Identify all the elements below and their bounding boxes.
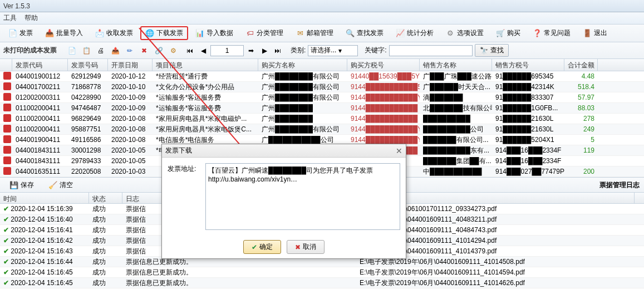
- pdf-icon: [3, 156, 11, 164]
- options-button[interactable]: ⚙选项设置: [441, 26, 489, 40]
- help-icon: ❓: [533, 29, 542, 38]
- sub-toolbar: 未打印的成本发票 📄 📋 🖨 📤 ✏ ✖ 🔗 ⚙ ⏮ ◀ ➡ ▶ ⏭ 类别: 请…: [0, 42, 644, 59]
- category-label: 类别:: [291, 46, 306, 55]
- pdf-icon: [3, 72, 11, 80]
- dialog-titlebar[interactable]: 发票下载 ✕: [162, 144, 406, 158]
- menu-help[interactable]: 帮助: [24, 13, 38, 23]
- action-btn-6[interactable]: 🔗: [153, 45, 165, 57]
- faq-button[interactable]: ❓常见问题: [528, 26, 576, 40]
- dialog-cancel-button[interactable]: ✖取消: [287, 240, 325, 254]
- col-sellertax[interactable]: 销售方税号: [492, 59, 564, 71]
- mailbox-button[interactable]: ✉邮箱管理: [291, 26, 338, 40]
- col-buyertax[interactable]: 购买方税号: [347, 59, 420, 71]
- col-date[interactable]: 开票日期: [108, 59, 153, 71]
- pdf-icon: [3, 167, 11, 175]
- import-data-button[interactable]: 📊导入数据: [190, 26, 238, 40]
- action-btn-5[interactable]: ✏: [124, 45, 136, 57]
- log-row[interactable]: ✔ 2020-12-04 15:16:45 成功 票据信息已更新成功。 E:\电…: [0, 267, 644, 278]
- col-item[interactable]: 项目信息: [153, 59, 258, 71]
- table-row[interactable]: 044001900112 62912949 2020-10-12 *经营租赁*通…: [0, 71, 644, 82]
- check-icon: ✔: [3, 237, 9, 244]
- receive-button[interactable]: 📩收取发票: [90, 26, 138, 40]
- category-icon: 🏷: [245, 29, 254, 38]
- delete-btn[interactable]: ✖: [138, 45, 150, 57]
- table-row[interactable]: 044001700211 71868778 2020-10-10 *文化办公用设…: [0, 82, 644, 92]
- pdf-icon: [3, 125, 11, 133]
- stats-icon: 📈: [396, 29, 405, 38]
- action-btn-2[interactable]: 📋: [80, 45, 92, 57]
- check-icon: ✔: [3, 226, 9, 234]
- title-bar: Ver 1.5.3: [0, 0, 644, 12]
- exit-button[interactable]: 🚪退出: [578, 26, 612, 40]
- table-row[interactable]: 011002000411 96829649 2020-10-08 *家用厨房电器…: [0, 114, 644, 124]
- col-num[interactable]: 发票号码: [68, 59, 108, 71]
- last-page-btn[interactable]: ⏭: [272, 45, 284, 57]
- search-invoice-button[interactable]: 🔍查找发票: [341, 26, 389, 40]
- invoice-address-textarea[interactable]: [205, 163, 400, 230]
- gear-icon: ⚙: [446, 29, 455, 38]
- invoice-button[interactable]: 📄发票: [3, 26, 38, 40]
- mailbox-icon: ✉: [296, 29, 304, 38]
- buy-button[interactable]: 🛒购买: [491, 26, 525, 40]
- action-btn-3[interactable]: 🖨: [95, 45, 107, 57]
- download-invoice-button[interactable]: 🌐下载发票: [140, 26, 188, 40]
- batch-import-button[interactable]: 📥批量导入: [40, 26, 88, 40]
- cancel-icon: ✖: [295, 243, 301, 251]
- import-icon: 📥: [45, 29, 54, 38]
- chevron-down-icon: ▾: [338, 47, 342, 55]
- menu-tools[interactable]: 工具: [3, 13, 17, 23]
- dialog-address-label: 发票地址:: [168, 163, 201, 230]
- binoculars-icon: 🔭: [480, 47, 488, 55]
- action-btn-4[interactable]: 📤: [109, 45, 121, 57]
- check-icon: ✔: [252, 243, 257, 251]
- category-button[interactable]: 🏷分类管理: [240, 26, 288, 40]
- pdf-icon: [3, 104, 11, 111]
- table-row[interactable]: 012002000311 04228990 2020-10-09 *运输服务*客…: [0, 92, 644, 103]
- keyword-label: 关键字:: [365, 46, 386, 55]
- first-page-btn[interactable]: ⏮: [184, 45, 196, 57]
- download-icon: 🌐: [145, 29, 154, 38]
- log-panel-title: 票据管理日志: [599, 180, 640, 190]
- search-icon: 🔍: [346, 29, 355, 38]
- check-icon: ✔: [3, 215, 9, 223]
- table-row[interactable]: 011002000411 95887751 2020-10-08 *家用厨房电器…: [0, 124, 644, 135]
- table-row[interactable]: 011002000411 94746487 2020-10-09 *运输服务*客…: [0, 103, 644, 114]
- table-header: 发票代码 发票号码 开票日期 项目信息 购买方名称 购买方税号 销售方名称 销售…: [0, 59, 644, 71]
- log-col-status[interactable]: 状态: [89, 193, 122, 203]
- action-btn-1[interactable]: 📄: [66, 45, 78, 57]
- pdf-icon: [3, 82, 11, 90]
- log-col-time[interactable]: 时间: [0, 193, 89, 203]
- col-amount[interactable]: 合计金额: [564, 59, 598, 71]
- data-icon: 📊: [195, 29, 204, 38]
- category-combo[interactable]: 请选择...▾: [308, 45, 358, 56]
- col-seller[interactable]: 销售方名称: [420, 59, 492, 71]
- pdf-icon: [3, 93, 11, 101]
- check-icon: ✔: [3, 279, 9, 287]
- col-code[interactable]: 发票代码: [12, 59, 68, 71]
- keyword-input[interactable]: [389, 45, 473, 56]
- go-page-btn[interactable]: ➡: [245, 45, 257, 57]
- search-button[interactable]: 🔭查找: [475, 44, 509, 57]
- main-toolbar: 📄发票 📥批量导入 📩收取发票 🌐下载发票 📊导入数据 🏷分类管理 ✉邮箱管理 …: [0, 25, 644, 42]
- panel-title: 未打印的成本发票: [3, 46, 57, 55]
- dialog-title-text: 发票下载: [165, 146, 192, 155]
- pdf-icon: [3, 135, 11, 143]
- page-input[interactable]: [210, 45, 244, 56]
- clear-button[interactable]: 🧹清空: [43, 178, 78, 192]
- app-title-suffix: Ver 1.5.3: [3, 2, 30, 10]
- stats-button[interactable]: 📈统计分析: [391, 26, 439, 40]
- dialog-ok-button[interactable]: ✔确定: [243, 240, 281, 254]
- next-page-btn[interactable]: ▶: [258, 45, 271, 57]
- action-btn-7[interactable]: ⚙: [167, 45, 179, 57]
- pdf-icon: [3, 114, 11, 122]
- col-buyer[interactable]: 购买方名称: [258, 59, 347, 71]
- save-button[interactable]: 💾保存: [4, 178, 39, 192]
- dialog-close-button[interactable]: ✕: [396, 146, 402, 155]
- log-row[interactable]: ✔ 2020-12-04 15:16:45 成功 票据信息已更新成功。 E:\电…: [0, 278, 644, 288]
- receive-icon: 📩: [95, 29, 104, 38]
- download-dialog: 发票下载 ✕ 发票地址: ✔确定 ✖取消: [161, 144, 406, 259]
- check-icon: ✔: [3, 247, 9, 255]
- check-icon: ✔: [3, 205, 9, 213]
- prev-page-btn[interactable]: ◀: [197, 45, 209, 57]
- exit-icon: 🚪: [583, 29, 592, 38]
